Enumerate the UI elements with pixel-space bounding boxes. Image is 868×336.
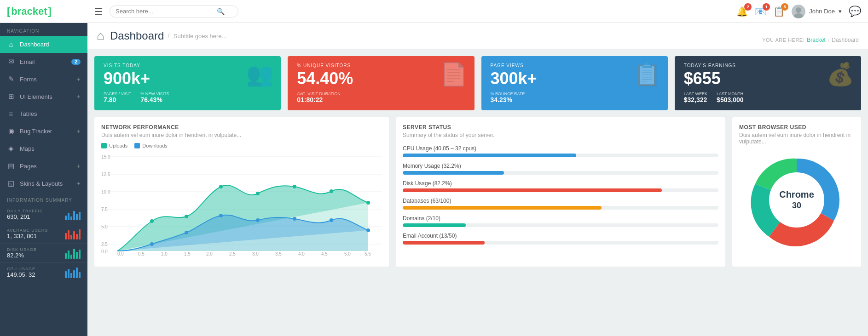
info-daily-traffic: DAILY TRAFFIC 630, 201	[0, 205, 87, 224]
header-separator: /	[168, 32, 169, 40]
disk-usage-value: 82.2%	[7, 252, 37, 259]
daily-traffic-label: DAILY TRAFFIC	[7, 209, 43, 213]
chart-legend: Uploads Downloads	[101, 143, 382, 148]
server-item-memory: Memory Usage (32.2%)	[403, 163, 718, 175]
memory-progress-fill	[403, 171, 504, 175]
bell-badge: 2	[744, 3, 752, 11]
svg-point-32	[330, 189, 333, 193]
cpu-progress-bar	[403, 154, 718, 157]
search-input[interactable]	[116, 8, 217, 15]
donut-svg: Chrome 30	[746, 149, 847, 251]
sidebar-item-tables[interactable]: ≡ Tables	[0, 105, 87, 122]
new-visits-label: % NEW VISITS	[140, 91, 169, 96]
visits-label: VISITS TODAY	[104, 63, 272, 68]
sidebar-label-dashboard: Dashboard	[20, 41, 49, 48]
memory-usage-label: Memory Usage (32.2%)	[403, 163, 718, 169]
brand-logo[interactable]: [ bracket ]	[7, 6, 94, 17]
disk-progress-fill	[403, 188, 662, 192]
databases-progress-fill	[403, 206, 602, 210]
earnings-label: TODAY'S EARNINGS	[684, 63, 852, 68]
new-visits-value: 76.43%	[140, 96, 169, 103]
network-chart-subtitle: Duis autem vel eum iriure dolor in hendr…	[101, 132, 382, 138]
server-status-panel: SERVER STATUS Summary of the status of y…	[396, 117, 725, 267]
menu-toggle-icon[interactable]: ☰	[94, 6, 103, 17]
skins-expand-icon: +	[77, 180, 81, 187]
server-item-cpu: CPU Usage (40.05 – 32 cpus)	[403, 145, 718, 157]
last-month-value: $503,000	[717, 96, 743, 103]
cpu-progress-fill	[403, 154, 576, 157]
svg-point-29	[219, 185, 223, 188]
svg-text:5.5: 5.5	[365, 251, 371, 256]
svg-text:0.0: 0.0	[101, 249, 108, 254]
sidebar-item-forms[interactable]: ✎ Forms +	[0, 70, 87, 88]
svg-point-34	[150, 242, 154, 246]
info-average-users: AVERAGE USERS 1, 332, 801	[0, 224, 87, 244]
legend-downloads: Downloads	[134, 143, 167, 148]
sidebar-item-skins-layouts[interactable]: ◱ Skins & Layouts +	[0, 175, 87, 192]
server-status-subtitle: Summary of the status of your server.	[403, 132, 718, 138]
server-items: CPU Usage (40.05 – 32 cpus) Memory Usage…	[403, 145, 718, 245]
tables-icon: ≡	[7, 110, 15, 118]
sidebar-item-dashboard[interactable]: ⌂ Dashboard	[0, 36, 87, 53]
disk-usage-chart	[65, 247, 81, 259]
average-users-label: AVERAGE USERS	[7, 228, 48, 233]
svg-point-33	[366, 201, 370, 205]
sidebar-label-bug-tracker: Bug Tracker	[20, 128, 52, 135]
sidebar-item-ui-elements[interactable]: ⊞ UI Elements +	[0, 88, 87, 105]
avatar	[792, 5, 805, 18]
chat-icon[interactable]: 💬	[849, 6, 861, 17]
svg-point-36	[219, 214, 223, 217]
email-nav-icon: ✉	[7, 57, 15, 66]
sidebar-item-maps[interactable]: ◈ Maps	[0, 140, 87, 157]
daily-traffic-chart	[65, 209, 81, 220]
sidebar-item-bug-tracker[interactable]: ◉ Bug Tracker +	[0, 122, 87, 140]
sidebar-label-pages: Pages	[20, 163, 37, 170]
svg-point-40	[366, 228, 370, 232]
server-item-email-account: Email Account (13/50)	[403, 233, 718, 245]
stat-card-visits: 👥 VISITS TODAY 900k+ PAGES / VISIT 7.80 …	[94, 56, 281, 110]
sidebar-item-pages[interactable]: ▤ Pages +	[0, 157, 87, 175]
email-nav-badge: 2	[71, 59, 81, 65]
domains-label: Domains (2/10)	[403, 215, 718, 222]
databases-progress-bar	[403, 206, 718, 210]
svg-point-31	[293, 185, 296, 188]
notification-email[interactable]: 📧 1	[755, 6, 766, 17]
svg-point-1	[794, 13, 803, 18]
svg-point-27	[150, 219, 154, 223]
sidebar-label-email: Email	[20, 58, 35, 65]
search-bar: 🔍	[110, 6, 238, 17]
email-account-label: Email Account (13/50)	[403, 233, 718, 239]
svg-text:2.5: 2.5	[229, 251, 236, 256]
svg-text:3.5: 3.5	[275, 251, 282, 256]
downloads-label: Downloads	[142, 143, 167, 148]
info-disk-usage: DISK USAGE 82.2%	[0, 244, 87, 263]
svg-point-28	[185, 215, 188, 218]
navbar: [ bracket ] ☰ 🔍 🔔 2 📧 1 📋 5 John Doe ▾ 💬	[0, 0, 868, 23]
notification-tasks[interactable]: 📋 5	[773, 6, 785, 17]
svg-text:0.0: 0.0	[117, 251, 124, 256]
svg-point-37	[256, 218, 260, 222]
page-header: ⌂ Dashboard / Subtitle goes here... YOU …	[87, 23, 868, 49]
svg-text:7.5: 7.5	[101, 207, 108, 212]
sidebar-label-tables: Tables	[20, 110, 37, 117]
sidebar-item-email[interactable]: ✉ Email 2	[0, 53, 87, 70]
user-menu[interactable]: John Doe ▾	[792, 5, 842, 18]
svg-text:4.5: 4.5	[321, 251, 328, 256]
visit-duration-value: 01:80:22	[297, 96, 341, 103]
brand-name: bracket	[11, 6, 47, 17]
notification-bell[interactable]: 🔔 2	[736, 6, 748, 17]
svg-text:0.5: 0.5	[138, 251, 145, 256]
svg-point-39	[330, 218, 333, 222]
server-item-domains: Domains (2/10)	[403, 215, 718, 227]
page-header-icon: ⌂	[97, 28, 104, 43]
email-badge: 1	[763, 3, 770, 11]
search-icon: 🔍	[217, 8, 225, 15]
breadcrumb-current: Dashboard	[832, 37, 859, 43]
sidebar-label-ui-elements: UI Elements	[20, 93, 52, 100]
disk-progress-bar	[403, 188, 718, 192]
svg-text:30: 30	[792, 201, 801, 210]
last-week-label: LAST WEEK	[684, 91, 707, 96]
domains-progress-bar	[403, 223, 718, 227]
tasks-badge: 5	[781, 3, 788, 11]
breadcrumb-home[interactable]: Bracket	[807, 37, 826, 43]
